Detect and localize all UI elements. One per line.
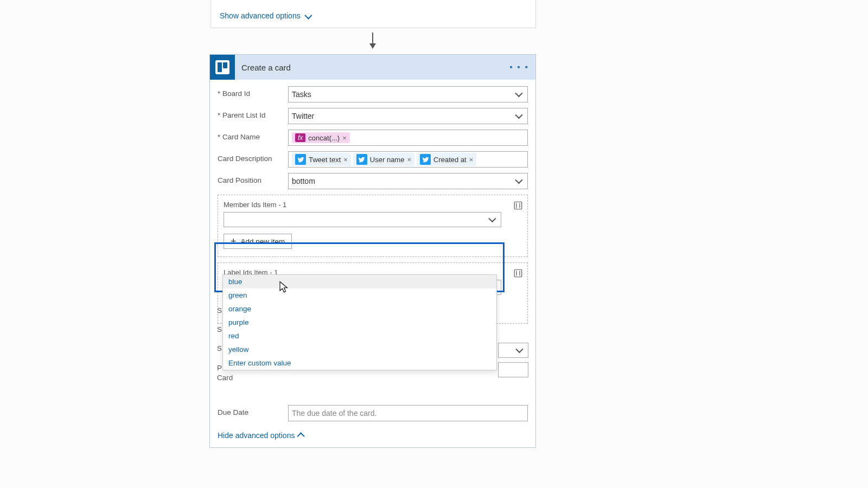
svg-rect-0 [514, 202, 522, 209]
board-id-label: * Board Id [218, 86, 288, 98]
card-position-select[interactable]: bottom [288, 173, 528, 189]
dynamic-token-tweet-text[interactable]: Tweet text × [292, 153, 351, 166]
dynamic-token-created-at[interactable]: Created at × [417, 153, 476, 166]
fx-icon: fx [295, 133, 305, 142]
add-new-item-button[interactable]: + Add new item [224, 234, 292, 249]
dropdown-option-green[interactable]: green [223, 288, 496, 302]
chevron-down-icon [515, 177, 523, 184]
card-description-label: Card Description [218, 151, 288, 163]
show-advanced-label: Show advanced options [220, 11, 301, 20]
action-header[interactable]: Create a card • • • [210, 55, 535, 80]
dropdown-option-custom[interactable]: Enter custom value [223, 356, 496, 370]
twitter-icon [295, 154, 306, 165]
twitter-icon [356, 154, 367, 165]
hidden-select-peek[interactable] [498, 343, 528, 358]
remove-token-icon[interactable]: × [342, 134, 347, 142]
expression-token[interactable]: fx concat(...) × [292, 132, 350, 143]
action-more-icon[interactable]: • • • [509, 62, 529, 72]
dynamic-token-user-name[interactable]: User name × [353, 153, 414, 166]
member-ids-label: Member Ids Item - 1 [224, 201, 522, 209]
label-ids-dropdown-list: blue green orange purple red yellow Ente… [222, 274, 497, 370]
twitter-icon [420, 154, 431, 165]
action-title: Create a card [241, 63, 509, 72]
card-name-input[interactable]: fx concat(...) × [288, 130, 528, 146]
member-ids-select[interactable] [224, 212, 501, 227]
start-label-partial: S [217, 306, 222, 314]
start-label-partial: S [217, 344, 222, 352]
array-mode-icon[interactable] [513, 268, 523, 278]
parent-list-id-label: * Parent List Id [218, 108, 288, 119]
remove-token-icon[interactable]: × [469, 156, 474, 164]
trello-icon [210, 55, 235, 80]
previous-action-card: Show advanced options [210, 0, 536, 28]
create-card-action: Create a card • • • * Board Id Tasks * P… [209, 54, 536, 448]
card-position-label: Card Position [218, 173, 288, 184]
dropdown-option-blue[interactable]: blue [223, 275, 496, 288]
dropdown-option-red[interactable]: red [223, 329, 496, 343]
board-id-select[interactable]: Tasks [288, 86, 528, 102]
chevron-up-icon [299, 431, 304, 440]
flow-connector-arrow [372, 33, 373, 48]
chevron-down-icon [515, 90, 523, 98]
parent-list-id-select[interactable]: Twitter [288, 108, 528, 124]
dropdown-option-purple[interactable]: purple [223, 316, 496, 329]
svg-rect-1 [514, 269, 522, 277]
remove-token-icon[interactable]: × [407, 156, 411, 164]
hidden-input-peek[interactable] [498, 362, 528, 377]
dropdown-option-orange[interactable]: orange [223, 302, 496, 316]
member-ids-group: Member Ids Item - 1 + Add new item [218, 195, 528, 257]
dropdown-option-yellow[interactable]: yellow [223, 343, 496, 356]
chevron-down-icon [489, 215, 496, 223]
chevron-down-icon [515, 112, 523, 119]
hide-advanced-options-link[interactable]: Hide advanced options [218, 431, 304, 440]
show-advanced-options-link[interactable]: Show advanced options [220, 11, 535, 20]
chevron-down-icon [305, 12, 312, 20]
array-mode-icon[interactable] [513, 201, 523, 210]
plus-icon: + [231, 236, 237, 246]
card-name-label: * Card Name [218, 130, 288, 141]
due-date-input[interactable]: The due date of the card. [288, 405, 528, 421]
remove-token-icon[interactable]: × [343, 156, 348, 164]
chevron-down-icon [516, 346, 524, 354]
start-label-partial: S [217, 325, 222, 333]
card-description-input[interactable]: Tweet text × User name × Created at × [288, 151, 528, 168]
